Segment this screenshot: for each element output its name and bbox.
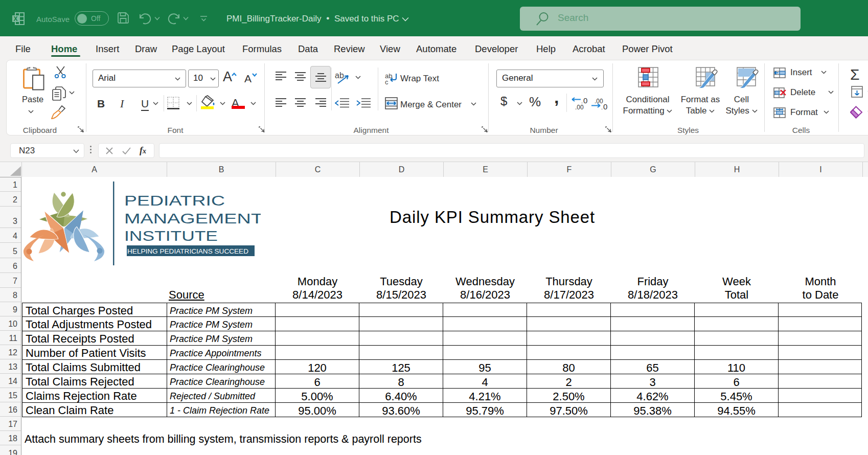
svg-text:.00: .00 <box>595 98 603 105</box>
svg-text:0: 0 <box>583 97 587 105</box>
svg-text:c: c <box>385 78 389 85</box>
svg-text:MANAGEMENT: MANAGEMENT <box>124 211 261 226</box>
svg-text:0: 0 <box>603 102 607 111</box>
svg-text:ab: ab <box>335 71 344 80</box>
svg-text:PEDIATRIC: PEDIATRIC <box>124 193 225 209</box>
svg-text:.00: .00 <box>575 104 584 111</box>
svg-text:HELPING PEDIATRICIANS SUCCEED: HELPING PEDIATRICIANS SUCCEED <box>127 247 248 255</box>
svg-text:.: . <box>601 104 603 110</box>
svg-text:X: X <box>13 15 17 22</box>
svg-text:INSTITUTE: INSTITUTE <box>124 229 218 244</box>
